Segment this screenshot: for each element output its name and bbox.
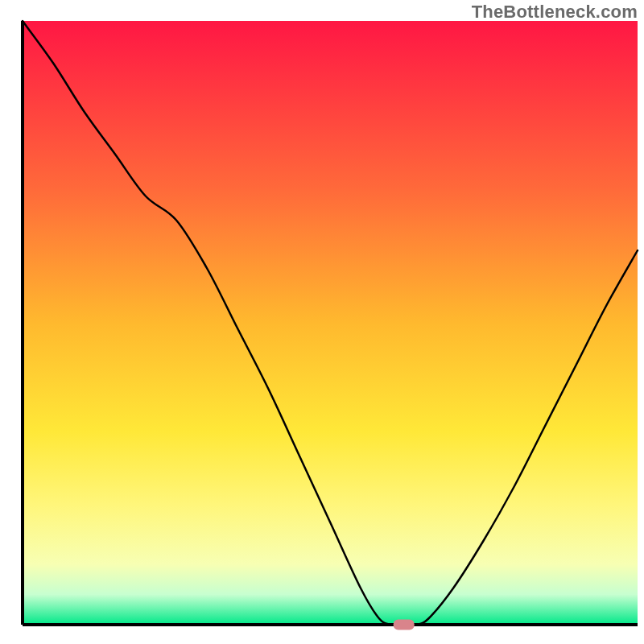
optimal-marker [394, 620, 415, 630]
chart-container: TheBottleneck.com [0, 0, 644, 644]
bottleneck-chart [0, 0, 644, 644]
plot-background [23, 21, 638, 625]
watermark-text: TheBottleneck.com [472, 2, 638, 23]
